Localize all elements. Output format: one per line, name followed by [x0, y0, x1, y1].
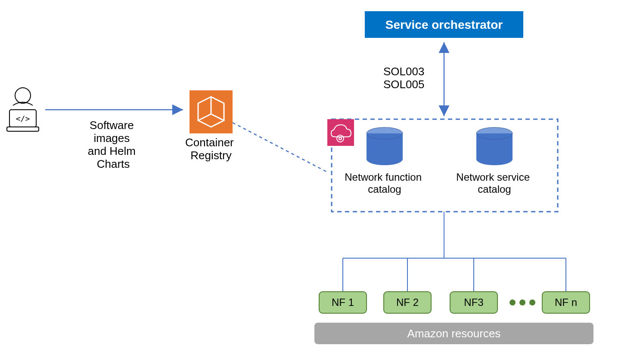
amazon-resources-label: Amazon resources: [407, 327, 501, 340]
svg-point-10: [367, 153, 403, 165]
svg-point-17: [519, 299, 525, 305]
service-orchestrator-label: Service orchestrator: [385, 18, 503, 31]
telco-service-icon: [327, 119, 354, 146]
container-registry-icon: [190, 90, 233, 133]
nf1-label: NF 1: [332, 296, 354, 308]
ns-catalog-label: Network service catalog: [456, 171, 532, 195]
ellipsis-icon: [510, 299, 535, 305]
svg-point-14: [476, 153, 513, 165]
developer-icon: </>: [7, 88, 39, 131]
svg-point-18: [529, 299, 535, 305]
svg-point-0: [15, 88, 31, 103]
svg-text:</>: </>: [16, 114, 30, 123]
ns-catalog-cylinder: [476, 127, 513, 165]
svg-point-16: [510, 299, 516, 305]
sol-label: SOL003 SOL005: [383, 65, 428, 91]
catalog-container: [332, 119, 558, 212]
software-images-label: Software images and Helm Charts: [88, 119, 139, 170]
svg-rect-2: [7, 127, 39, 131]
nf-catalog-cylinder: [367, 127, 403, 165]
nf3-label: NF3: [464, 296, 483, 308]
connector-registry-catalog: [233, 123, 327, 172]
nf2-label: NF 2: [396, 296, 419, 308]
nf-catalog-label: Network function catalog: [345, 171, 424, 195]
nfn-label: NF n: [555, 296, 577, 308]
container-registry-label: Container Registry: [185, 136, 237, 162]
